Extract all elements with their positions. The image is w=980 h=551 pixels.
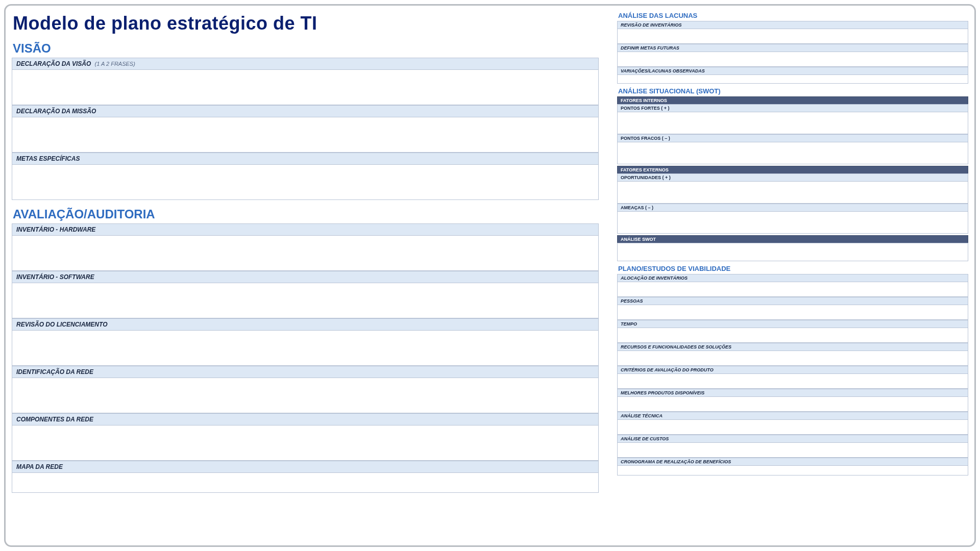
section-visao-title: VISÃO — [13, 41, 599, 56]
field-header-pontos-fortes: PONTOS FORTES ( + ) — [617, 104, 968, 112]
template-frame: Modelo de plano estratégico de TI VISÃO … — [4, 4, 976, 547]
header-fatores-externos: FATORES EXTERNOS — [617, 166, 968, 173]
field-header-mapa-rede: MAPA DA REDE — [12, 461, 599, 472]
label-metas-especificas: METAS ESPECÍFICAS — [16, 155, 80, 162]
field-body-criterios-avaliacao[interactable] — [617, 373, 968, 389]
field-header-alocacao-inventarios: ALOCAÇÃO DE INVENTÁRIOS — [617, 274, 968, 282]
field-body-alocacao-inventarios[interactable] — [617, 282, 968, 297]
header-fatores-internos: FATORES INTERNOS — [617, 96, 968, 104]
field-body-revisao-inventarios[interactable] — [617, 29, 968, 44]
field-body-identificacao-rede[interactable] — [12, 378, 599, 413]
hint-declaracao-visao: (1 A 2 FRASES) — [95, 61, 135, 67]
field-header-revisao-inventarios: REVISÃO DE INVENTÁRIOS — [617, 21, 968, 29]
section-lacunas-title: ANÁLISE DAS LACUNAS — [618, 12, 968, 19]
field-header-componentes-rede: COMPONENTES DA REDE — [12, 413, 599, 425]
field-body-melhores-produtos[interactable] — [617, 396, 968, 412]
label-inventario-software: INVENTÁRIO - SOFTWARE — [16, 273, 94, 281]
right-column: ANÁLISE DAS LACUNAS REVISÃO DE INVENTÁRI… — [617, 10, 968, 539]
field-body-metas-especificas[interactable] — [12, 164, 599, 200]
section-swot-title: ANÁLISE SITUACIONAL (SWOT) — [618, 87, 968, 95]
field-body-mapa-rede[interactable] — [12, 472, 599, 493]
label-identificacao-rede: IDENTIFICAÇÃO DA REDE — [16, 368, 93, 375]
field-body-tempo[interactable] — [617, 328, 968, 343]
field-header-identificacao-rede: IDENTIFICAÇÃO DA REDE — [12, 366, 599, 378]
field-body-componentes-rede[interactable] — [12, 425, 599, 461]
field-body-oportunidades[interactable] — [617, 181, 968, 204]
field-body-pessoas[interactable] — [617, 305, 968, 320]
section-viabilidade-title: PLANO/ESTUDOS DE VIABILIDADE — [618, 265, 968, 272]
field-header-definir-metas: DEFINIR METAS FUTURAS — [617, 44, 968, 52]
field-header-recursos-funcionalidades: RECURSOS E FUNCIONALIDADES DE SOLUÇÕES — [617, 343, 968, 350]
field-header-melhores-produtos: MELHORES PRODUTOS DISPONÍVEIS — [617, 389, 968, 396]
field-body-cronograma-beneficios[interactable] — [617, 465, 968, 475]
field-body-inventario-hardware[interactable] — [12, 235, 599, 271]
left-column: Modelo de plano estratégico de TI VISÃO … — [12, 10, 599, 539]
header-analise-swot: ANÁLISE SWOT — [617, 235, 968, 243]
field-body-analise-custos[interactable] — [617, 442, 968, 458]
field-header-variacoes: VARIAÇÕES/LACUNAS OBSERVADAS — [617, 67, 968, 74]
field-header-metas-especificas: METAS ESPECÍFICAS — [12, 153, 599, 164]
label-inventario-hardware: INVENTÁRIO - HARDWARE — [16, 226, 95, 233]
field-body-variacoes[interactable] — [617, 74, 968, 84]
field-header-declaracao-missao: DECLARAÇÃO DA MISSÃO — [12, 105, 599, 117]
field-body-recursos-funcionalidades[interactable] — [617, 350, 968, 366]
label-mapa-rede: MAPA DA REDE — [16, 463, 63, 470]
field-header-revisao-licenciamento: REVISÃO DO LICENCIAMENTO — [12, 318, 599, 330]
label-declaracao-missao: DECLARAÇÃO DA MISSÃO — [16, 108, 96, 115]
field-header-pessoas: PESSOAS — [617, 297, 968, 305]
field-body-pontos-fortes[interactable] — [617, 112, 968, 134]
field-body-analise-swot[interactable] — [617, 243, 968, 261]
field-body-inventario-software[interactable] — [12, 283, 599, 318]
field-body-declaracao-missao[interactable] — [12, 117, 599, 153]
field-header-analise-tecnica: ANÁLISE TÉCNICA — [617, 412, 968, 419]
field-header-oportunidades: OPORTUNIDADES ( + ) — [617, 173, 968, 181]
field-header-declaracao-visao: DECLARAÇÃO DA VISÃO (1 A 2 FRASES) — [12, 58, 599, 69]
field-body-pontos-fracos[interactable] — [617, 142, 968, 164]
field-header-inventario-software: INVENTÁRIO - SOFTWARE — [12, 271, 599, 283]
field-header-pontos-fracos: PONTOS FRACOS ( – ) — [617, 134, 968, 142]
section-avaliacao-title: AVALIAÇÃO/AUDITORIA — [13, 207, 599, 221]
field-header-inventario-hardware: INVENTÁRIO - HARDWARE — [12, 223, 599, 235]
field-body-analise-tecnica[interactable] — [617, 419, 968, 435]
document-title: Modelo de plano estratégico de TI — [13, 13, 599, 34]
field-body-revisao-licenciamento[interactable] — [12, 330, 599, 366]
field-body-ameacas[interactable] — [617, 211, 968, 234]
label-declaracao-visao: DECLARAÇÃO DA VISÃO — [16, 60, 91, 67]
label-revisao-licenciamento: REVISÃO DO LICENCIAMENTO — [16, 321, 107, 328]
field-body-definir-metas[interactable] — [617, 52, 968, 67]
field-header-cronograma-beneficios: CRONOGRAMA DE REALIZAÇÃO DE BENEFÍCIOS — [617, 458, 968, 465]
field-header-ameacas: AMEAÇAS ( – ) — [617, 204, 968, 211]
field-header-criterios-avaliacao: CRITÉRIOS DE AVALIAÇÃO DO PRODUTO — [617, 366, 968, 373]
field-header-analise-custos: ANÁLISE DE CUSTOS — [617, 435, 968, 442]
field-header-tempo: TEMPO — [617, 320, 968, 328]
field-body-declaracao-visao[interactable] — [12, 69, 599, 105]
label-componentes-rede: COMPONENTES DA REDE — [16, 416, 93, 423]
